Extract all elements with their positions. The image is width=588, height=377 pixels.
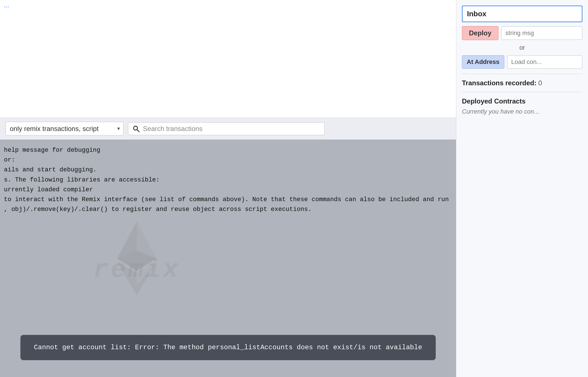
deployed-contracts-title: Deployed Contracts — [462, 97, 582, 105]
console-line-15: , obj)/.remove(key)/.clear() to register… — [4, 204, 452, 214]
search-wrapper — [128, 122, 325, 135]
tx-filter-select[interactable]: only remix transactions, script — [6, 122, 124, 135]
console-line-14: to interact with the Remix interface (se… — [4, 195, 452, 204]
at-address-row: At Address — [462, 55, 582, 69]
console-area: remix help message for debugging or: ail… — [0, 140, 456, 377]
console-line-13: urrently loaded compiler — [4, 185, 452, 195]
panel-divider-1 — [462, 74, 582, 74]
remix-watermark: remix — [93, 250, 180, 290]
panel-divider-2 — [462, 92, 582, 92]
deploy-row: Deploy — [462, 26, 582, 40]
main-layout: ... only remix transactions, script — [0, 0, 588, 377]
transactions-recorded-label: Transactions recorded: — [462, 79, 536, 87]
console-line-1: help message for debugging — [4, 145, 452, 155]
deployed-contracts-section: Deployed Contracts Currently you have no… — [462, 97, 582, 115]
search-input[interactable] — [143, 125, 320, 133]
transaction-bar: only remix transactions, script — [0, 118, 456, 140]
error-toast: Cannot get account list: Error: The meth… — [20, 335, 436, 360]
console-line-8: ails and start debugging. — [4, 165, 452, 175]
svg-line-1 — [137, 130, 140, 132]
right-panel: Inbox Deploy or At Address Transactions … — [456, 0, 588, 377]
string-msg-input[interactable] — [501, 26, 582, 40]
svg-point-0 — [134, 126, 138, 130]
inbox-header: Inbox — [462, 6, 582, 22]
main-area: ... only remix transactions, script — [0, 0, 456, 377]
no-contracts-message: Currently you have no con... — [462, 108, 582, 115]
console-line-6: or: — [4, 155, 452, 165]
or-divider: or — [462, 44, 582, 51]
transactions-count: 0 — [538, 79, 542, 87]
search-icon — [132, 125, 140, 133]
transactions-recorded: Transactions recorded: 0 — [462, 79, 582, 87]
breadcrumb: ... — [0, 0, 13, 11]
deploy-button[interactable]: Deploy — [462, 26, 498, 40]
console-line-9: s. The following libraries are accessibl… — [4, 175, 452, 185]
filter-wrapper: only remix transactions, script — [6, 122, 124, 135]
at-address-button[interactable]: At Address — [462, 55, 504, 69]
top-white-area: ... — [0, 0, 456, 118]
load-contract-input[interactable] — [507, 55, 582, 69]
